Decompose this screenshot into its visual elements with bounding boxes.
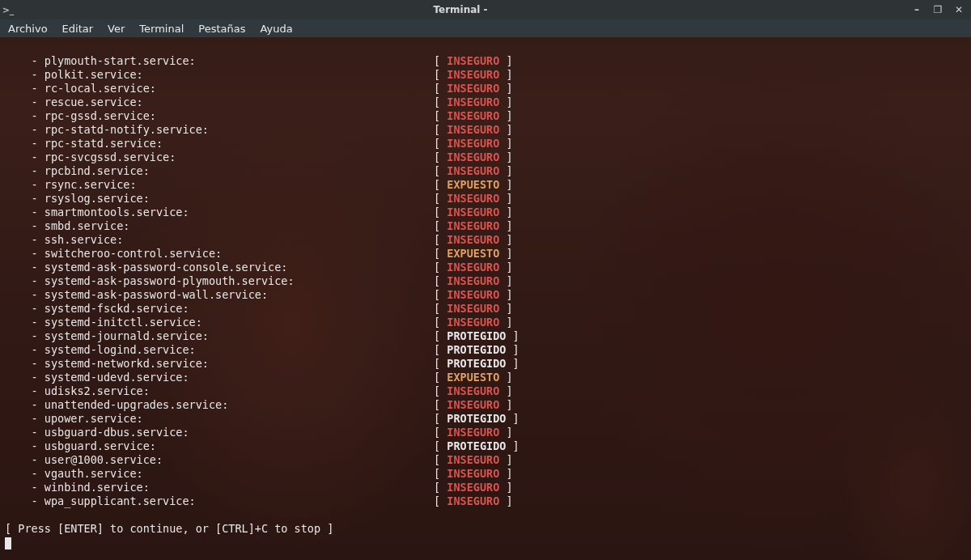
- service-line: - polkit.service:[ INSEGURO ]: [5, 68, 966, 82]
- window-minimize-button[interactable]: –: [911, 4, 922, 15]
- service-name: - wpa_supplicant.service:: [5, 494, 434, 508]
- service-line: - upower.service:[ PROTEGIDO ]: [5, 412, 966, 426]
- bracket-open: [: [434, 398, 447, 412]
- bracket-close: ]: [499, 109, 512, 123]
- service-status: INSEGURO: [447, 316, 499, 329]
- bracket-close: ]: [499, 398, 512, 412]
- menu-pestanas[interactable]: Pestañas: [198, 23, 245, 35]
- service-name: - usbguard.service:: [5, 439, 434, 453]
- service-line: - usbguard.service:[ PROTEGIDO ]: [5, 439, 966, 453]
- bracket-open: [: [434, 95, 447, 109]
- bracket-open: [: [434, 316, 447, 329]
- bracket-close: ]: [499, 178, 512, 192]
- service-status: INSEGURO: [447, 68, 499, 82]
- service-status: INSEGURO: [447, 219, 499, 233]
- service-name: - vgauth.service:: [5, 467, 434, 481]
- service-line: - plymouth-start.service:[ INSEGURO ]: [5, 54, 966, 68]
- service-line: - systemd-udevd.service:[ EXPUESTO ]: [5, 371, 966, 384]
- service-line: - ssh.service:[ INSEGURO ]: [5, 233, 966, 247]
- service-name: - rescue.service:: [5, 95, 434, 109]
- bracket-close: ]: [499, 123, 512, 137]
- service-status: INSEGURO: [447, 261, 499, 274]
- window-titlebar[interactable]: >_ Terminal - – ❐ ✕: [0, 0, 971, 19]
- service-line: - smartmontools.service:[ INSEGURO ]: [5, 206, 966, 219]
- bracket-close: ]: [499, 384, 512, 398]
- window-close-button[interactable]: ✕: [953, 4, 965, 15]
- service-name: - rpc-statd.service:: [5, 137, 434, 151]
- bracket-close: ]: [499, 288, 512, 302]
- service-line: - vgauth.service:[ INSEGURO ]: [5, 467, 966, 481]
- service-line: - rc-local.service:[ INSEGURO ]: [5, 82, 966, 95]
- service-line: - udisks2.service:[ INSEGURO ]: [5, 384, 966, 398]
- service-name: - upower.service:: [5, 412, 434, 426]
- service-status: INSEGURO: [447, 123, 499, 137]
- bracket-open: [: [434, 302, 447, 316]
- bracket-open: [: [434, 274, 447, 288]
- bracket-close: ]: [506, 357, 519, 371]
- bracket-open: [: [434, 233, 447, 247]
- bracket-close: ]: [506, 329, 519, 343]
- service-status: INSEGURO: [447, 302, 499, 316]
- bracket-close: ]: [499, 192, 512, 206]
- service-name: - winbind.service:: [5, 481, 434, 494]
- bracket-close: ]: [499, 302, 512, 316]
- service-line: - switcheroo-control.service:[ EXPUESTO …: [5, 247, 966, 261]
- menu-terminal[interactable]: Terminal: [139, 23, 184, 35]
- bracket-close: ]: [499, 206, 512, 219]
- service-status: INSEGURO: [447, 151, 499, 164]
- bracket-open: [: [434, 412, 447, 426]
- bracket-close: ]: [499, 467, 512, 481]
- service-name: - systemd-ask-password-console.service:: [5, 261, 434, 274]
- service-line: - systemd-logind.service:[ PROTEGIDO ]: [5, 343, 966, 357]
- service-name: - systemd-journald.service:: [5, 329, 434, 343]
- service-line: - systemd-fsckd.service:[ INSEGURO ]: [5, 302, 966, 316]
- bracket-close: ]: [506, 412, 519, 426]
- bracket-open: [: [434, 82, 447, 95]
- service-name: - systemd-logind.service:: [5, 343, 434, 357]
- service-line: - systemd-journald.service:[ PROTEGIDO ]: [5, 329, 966, 343]
- bracket-close: ]: [499, 481, 512, 494]
- service-name: - unattended-upgrades.service:: [5, 398, 434, 412]
- menu-archivo[interactable]: Archivo: [8, 23, 48, 35]
- service-line: - wpa_supplicant.service:[ INSEGURO ]: [5, 494, 966, 508]
- service-name: - systemd-initctl.service:: [5, 316, 434, 329]
- service-name: - rsync.service:: [5, 178, 434, 192]
- bracket-close: ]: [506, 439, 519, 453]
- window-maximize-button[interactable]: ❐: [932, 4, 943, 15]
- menu-ayuda[interactable]: Ayuda: [261, 23, 293, 35]
- bracket-open: [: [434, 109, 447, 123]
- service-status: PROTEGIDO: [447, 439, 506, 453]
- service-line: - rpc-statd.service:[ INSEGURO ]: [5, 137, 966, 151]
- service-line: - systemd-initctl.service:[ INSEGURO ]: [5, 316, 966, 329]
- bracket-open: [: [434, 68, 447, 82]
- service-line: - rpc-statd-notify.service:[ INSEGURO ]: [5, 123, 966, 137]
- bracket-open: [: [434, 357, 447, 371]
- service-status: INSEGURO: [447, 274, 499, 288]
- service-line: - unattended-upgrades.service:[ INSEGURO…: [5, 398, 966, 412]
- bracket-open: [: [434, 123, 447, 137]
- bracket-close: ]: [499, 274, 512, 288]
- service-name: - plymouth-start.service:: [5, 54, 434, 68]
- menu-ver[interactable]: Ver: [108, 23, 125, 35]
- service-status: INSEGURO: [447, 453, 499, 467]
- bracket-close: ]: [499, 151, 512, 164]
- terminal-output[interactable]: - plymouth-start.service:[ INSEGURO ] - …: [0, 37, 971, 560]
- service-status: EXPUESTO: [447, 371, 499, 384]
- service-status: INSEGURO: [447, 137, 499, 151]
- service-name: - systemd-ask-password-wall.service:: [5, 288, 434, 302]
- service-status: INSEGURO: [447, 426, 499, 439]
- bracket-open: [: [434, 247, 447, 261]
- bracket-close: ]: [499, 54, 512, 68]
- bracket-open: [: [434, 288, 447, 302]
- bracket-close: ]: [499, 233, 512, 247]
- terminal-icon: >_: [0, 5, 16, 15]
- service-status: INSEGURO: [447, 54, 499, 68]
- bracket-close: ]: [499, 453, 512, 467]
- menu-editar[interactable]: Editar: [62, 23, 94, 35]
- bracket-close: ]: [499, 82, 512, 95]
- service-status: PROTEGIDO: [447, 412, 506, 426]
- bracket-close: ]: [506, 343, 519, 357]
- service-name: - polkit.service:: [5, 68, 434, 82]
- service-status: INSEGURO: [447, 481, 499, 494]
- service-line: - rescue.service:[ INSEGURO ]: [5, 95, 966, 109]
